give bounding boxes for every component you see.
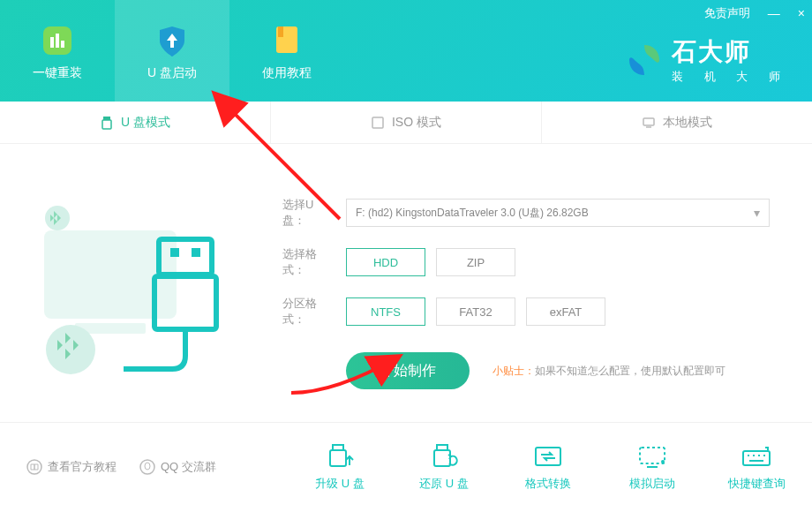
svg-rect-1 [50,37,54,48]
book-open-icon [26,459,42,475]
brand: 石大师 装 机 大 师 [626,35,789,85]
brand-sub: 装 机 大 师 [672,69,789,85]
svg-point-14 [46,325,95,374]
tab-tutorial[interactable]: 使用教程 [229,0,344,102]
svg-rect-2 [56,34,59,48]
partition-ntfs-button[interactable]: NTFS [346,297,425,326]
start-create-button[interactable]: 开始制作 [346,352,470,389]
hotkey-lookup-button[interactable]: 快捷键查询 [717,442,796,492]
tip-text: 小贴士：如果不知道怎么配置，使用默认配置即可 [492,364,726,379]
action-label: 模拟启动 [629,476,675,492]
illustration [0,144,256,422]
link-label: QQ 交流群 [161,459,216,475]
window-controls: 免责声明 — × [704,5,805,21]
mode-label: ISO 模式 [392,115,441,131]
svg-point-20 [140,460,154,474]
tip-label: 小贴士： [492,365,535,377]
header-tabs: 一键重装 U 盘启动 使用教程 [0,0,344,102]
format-hdd-button[interactable]: HDD [346,248,425,276]
action-label: 还原 U 盘 [419,476,469,492]
svg-rect-5 [278,26,283,37]
select-usb-label: 选择U盘： [282,197,335,229]
mode-label: U 盘模式 [121,115,170,131]
svg-point-21 [145,463,150,470]
svg-rect-26 [536,448,560,465]
action-label: 格式转换 [525,476,571,492]
usb-select-value: F: (hd2) KingstonDataTraveler 3.0 (U盘) 2… [356,206,589,221]
bars-icon [38,21,77,60]
close-button[interactable]: × [798,6,805,20]
link-label: 查看官方教程 [48,459,117,475]
usb-small-icon [100,116,114,130]
format-label: 选择格式： [282,246,335,278]
tab-label: 一键重装 [33,65,82,81]
upgrade-usb-button[interactable]: 升级 U 盘 [300,442,380,492]
usb-up-icon [324,442,356,471]
computer-usb-illustration-icon [22,177,234,389]
svg-rect-3 [61,41,64,48]
minimize-button[interactable]: — [768,6,780,20]
brand-title: 石大师 [672,35,789,69]
partition-fat32-button[interactable]: FAT32 [436,297,515,326]
qq-icon [139,459,155,475]
tab-label: U 盘启动 [147,65,197,81]
book-icon [267,21,306,60]
form-area: 选择U盘： F: (hd2) KingstonDataTraveler 3.0 … [256,144,812,422]
tab-reinstall[interactable]: 一键重装 [0,0,115,102]
content-area: 选择U盘： F: (hd2) KingstonDataTraveler 3.0 … [0,144,812,422]
tab-label: 使用教程 [262,65,312,81]
restore-usb-button[interactable]: 还原 U 盘 [404,442,484,492]
mode-tab-local[interactable]: 本地模式 [542,102,812,143]
header: 一键重装 U 盘启动 使用教程 免责声明 — × 石大师 装 机 [0,0,812,102]
monitor-play-icon [636,442,668,471]
simulate-boot-button[interactable]: 模拟启动 [613,442,692,492]
usb-rotate-icon [428,442,460,471]
svg-rect-30 [743,451,770,465]
svg-rect-27 [640,448,665,463]
convert-icon [532,442,564,471]
monitor-icon [642,116,656,130]
svg-rect-25 [434,450,450,466]
format-convert-button[interactable]: 格式转换 [508,442,588,492]
partition-exfat-button[interactable]: exFAT [526,297,605,326]
action-label: 快捷键查询 [728,476,786,492]
qq-group-link[interactable]: QQ 交流群 [139,459,216,475]
brand-logo-icon [626,41,663,79]
usb-shield-icon [153,21,192,60]
tab-usb-boot[interactable]: U 盘启动 [115,0,229,102]
svg-rect-17 [192,248,200,257]
svg-rect-8 [372,117,383,128]
svg-rect-9 [643,118,654,125]
partition-label: 分区格式： [282,296,335,328]
svg-rect-16 [170,248,179,257]
format-zip-button[interactable]: ZIP [436,248,515,276]
usb-select[interactable]: F: (hd2) KingstonDataTraveler 3.0 (U盘) 2… [346,199,770,227]
svg-rect-23 [330,450,346,466]
tutorial-link[interactable]: 查看官方教程 [26,459,117,475]
disclaimer-link[interactable]: 免责声明 [704,5,750,21]
bottom-bar: 查看官方教程 QQ 交流群 升级 U 盘 还 [0,422,812,510]
iso-icon [371,116,385,130]
mode-tab-iso[interactable]: ISO 模式 [271,102,542,143]
keyboard-icon [741,442,772,471]
svg-point-28 [661,460,665,463]
mode-tabs: U 盘模式 ISO 模式 本地模式 [0,102,812,144]
svg-rect-7 [102,120,111,129]
action-label: 升级 U 盘 [315,476,365,492]
mode-tab-usb[interactable]: U 盘模式 [0,102,271,143]
mode-label: 本地模式 [663,115,712,131]
